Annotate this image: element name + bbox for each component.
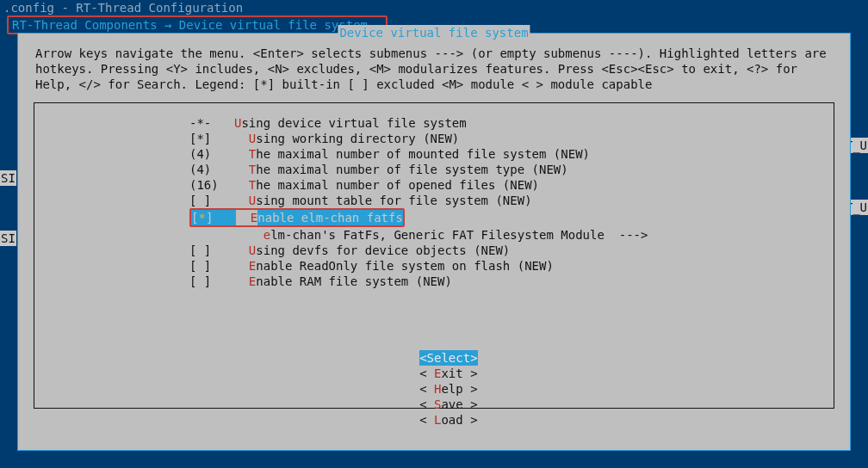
help-text: Arrow keys navigate the menu. <Enter> se… [18, 34, 850, 94]
menu-item-hotkey: U [249, 131, 256, 146]
dialog-title: Device virtual file system [338, 25, 530, 40]
menu-item-bracket: [*] [191, 210, 236, 225]
load-button[interactable]: < Load > [419, 412, 477, 428]
menu-item-bracket [189, 227, 234, 243]
button-bar: <Select> < Exit > < Help > < Save > < Lo… [18, 335, 850, 443]
menu-item[interactable]: (16) The maximal number of opened files … [34, 177, 834, 193]
menu-item[interactable]: [ ] Using devfs for device objects (NEW) [34, 243, 834, 258]
menu-item-hotkey: U [234, 115, 241, 131]
menu-item-label: sing devfs for device objects (NEW) [256, 243, 510, 258]
menu-item-hotkey: e [264, 227, 270, 243]
menu-item-bracket: (4) [189, 162, 234, 177]
menu-item[interactable]: -*- Using device virtual file system [34, 115, 834, 131]
menu-item-bracket: -*- [189, 115, 234, 131]
save-button[interactable]: < Save > [419, 397, 477, 412]
bg-label: SI [0, 170, 16, 186]
menu-item-bracket: [*] [189, 131, 234, 146]
menu-item-label: he maximal number of opened files (NEW) [256, 177, 539, 193]
menu-item-hotkey: E [249, 274, 256, 289]
dialog: Device virtual file system Arrow keys na… [17, 33, 851, 451]
menu-item-label: sing mount table for file system (NEW) [256, 193, 531, 208]
menu-item-label: lm-chan's FatFs, Generic FAT Filesystem … [270, 227, 648, 243]
menu-item-label: nable elm-chan fatfs [257, 210, 403, 225]
menu-item[interactable]: (4) The maximal number of mounted file s… [34, 146, 834, 162]
menu-item-hotkey: T [249, 146, 256, 162]
menu-item-label: nable RAM file system (NEW) [256, 274, 452, 289]
menu-item-highlight-box: [*] Enable elm-chan fatfs [189, 208, 405, 227]
menu-item-label: he maximal number of file system type (N… [256, 162, 567, 177]
menu-item[interactable]: [ ] Using mount table for file system (N… [34, 193, 834, 208]
menu-item-hotkey: E [251, 210, 257, 225]
menu-item[interactable]: [ ] Enable ReadOnly file system on flash… [34, 258, 834, 274]
menu-item-bracket: [ ] [189, 243, 234, 258]
window-title: .config - RT-Thread Configuration [3, 1, 243, 15]
menu-item-label: he maximal number of mounted file system… [256, 146, 590, 162]
menu-item-label: nable ReadOnly file system on flash (NEW… [256, 258, 554, 274]
menu-item-bracket: [ ] [189, 274, 234, 289]
menu-item-hotkey: E [249, 258, 256, 274]
menu-item[interactable]: elm-chan's FatFs, Generic FAT Filesystem… [34, 227, 834, 243]
breadcrumb: RT-Thread Components → Device virtual fi… [12, 18, 382, 32]
bg-label: SI [0, 231, 16, 246]
menu-item[interactable]: [ ] Enable RAM file system (NEW) [34, 274, 834, 289]
breadcrumb-highlight-box: RT-Thread Components → Device virtual fi… [7, 15, 388, 34]
menu-item-hotkey: T [249, 177, 256, 193]
menu-item-bracket: [ ] [189, 258, 234, 274]
menu-item-bracket: (16) [189, 177, 234, 193]
menu-item-label: sing working directory (NEW) [256, 131, 459, 146]
menu-item-hotkey: T [249, 162, 256, 177]
menu-item-bracket: (4) [189, 146, 234, 162]
menu-item[interactable]: (4) The maximal number of file system ty… [34, 162, 834, 177]
menu-item-hotkey: U [249, 193, 256, 208]
menu-item-selected[interactable]: [*] Enable elm-chan fatfs [34, 208, 834, 227]
select-button[interactable]: <Select> [419, 350, 477, 366]
help-button[interactable]: < Help > [419, 381, 477, 397]
exit-button[interactable]: < Exit > [419, 366, 477, 381]
menu-list[interactable]: -*- Using device virtual file system[*] … [34, 115, 834, 289]
menu-item-label: sing device virtual file system [241, 115, 466, 131]
menu-item-hotkey: U [249, 243, 256, 258]
menu-item[interactable]: [*] Using working directory (NEW) [34, 131, 834, 146]
menu-item-bracket: [ ] [189, 193, 234, 208]
